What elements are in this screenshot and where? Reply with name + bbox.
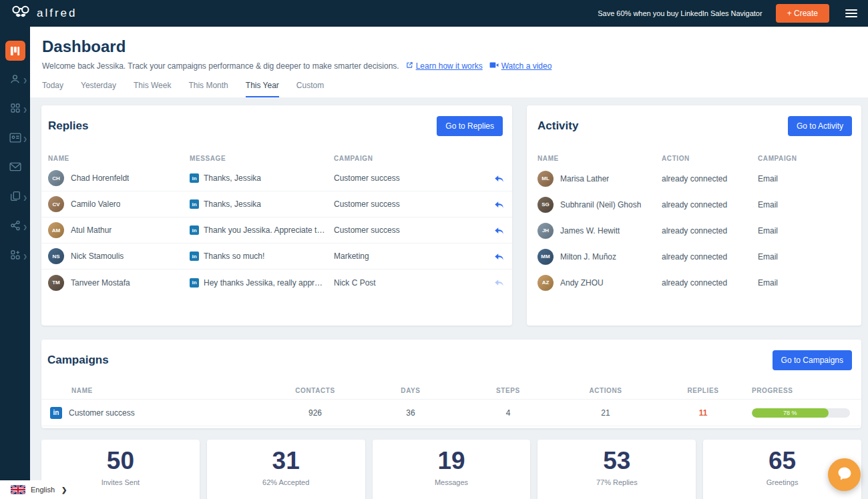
chevron-right-icon: ❯: [23, 77, 27, 83]
message-text: Hey thanks Jessika, really appreciat...: [204, 278, 326, 288]
column-header-campaign: CAMPAIGN: [334, 155, 454, 162]
id-card-icon: [9, 133, 21, 145]
stat-label: 77% Replies: [596, 478, 638, 486]
alfred-logo-icon: [11, 5, 31, 22]
stat-label: Greetings: [767, 478, 799, 486]
promo-link[interactable]: Save 60% when you buy LinkedIn Sales Nav…: [598, 9, 762, 17]
message-text: Thanks, Jessika: [204, 199, 261, 209]
language-switcher[interactable]: English ❯: [0, 480, 73, 499]
sidebar-item-campaigns[interactable]: ❯: [0, 95, 30, 124]
reply-row[interactable]: TMTanveer Mostafa Hey thanks Jessika, re…: [41, 270, 512, 296]
create-button[interactable]: + Create: [776, 4, 829, 23]
tab-this-month[interactable]: This Month: [188, 81, 228, 97]
stat-value: 65: [769, 448, 796, 475]
linkedin-icon: [190, 225, 199, 235]
tab-today[interactable]: Today: [42, 81, 63, 97]
activity-row[interactable]: SGSubhranil (Neil) Ghosh already connect…: [527, 191, 861, 217]
activity-row[interactable]: MMMilton J. Muñoz already connected Emai…: [527, 243, 861, 270]
chevron-right-icon: ❯: [23, 195, 27, 201]
avatar: JH: [537, 223, 554, 239]
avatar: NS: [48, 248, 64, 264]
campaign-name: Marketing: [334, 252, 454, 261]
reply-icon[interactable]: [494, 226, 504, 235]
app-root: alfred Save 60% when you buy LinkedIn Sa…: [0, 0, 868, 499]
go-to-campaigns-button[interactable]: Go to Campaigns: [773, 350, 852, 370]
envelope-icon: [9, 162, 21, 174]
reply-icon[interactable]: [494, 278, 504, 287]
go-to-activity-button[interactable]: Go to Activity: [788, 116, 852, 136]
watch-video-link[interactable]: Watch a video: [489, 61, 552, 71]
sidebar-item-dashboard[interactable]: [0, 36, 30, 65]
linkedin-icon: [190, 278, 199, 288]
action-text: already connected: [662, 200, 758, 209]
column-header-actions: ACTIONS: [557, 387, 654, 394]
action-text: already connected: [662, 252, 758, 262]
reply-row[interactable]: CHChad Horenfeldt Thanks, Jessika Custom…: [41, 165, 512, 191]
date-range-tabs: Today Yesterday This Week This Month Thi…: [42, 81, 856, 97]
chat-launcher-button[interactable]: [828, 458, 861, 491]
grid-icon: [10, 103, 21, 116]
activity-row[interactable]: MLMarisa Lather already connected Email: [527, 165, 861, 191]
sidebar-item-prospects[interactable]: ❯: [0, 65, 30, 95]
external-link-icon: [406, 61, 413, 71]
progress-fill: 78 %: [752, 408, 829, 418]
column-header-days: DAYS: [362, 387, 459, 394]
sidebar-item-inbox[interactable]: [0, 153, 30, 183]
learn-how-link[interactable]: Learn how it works: [406, 61, 483, 71]
column-header-campaign: CAMPAIGN: [758, 155, 852, 162]
replies-count: 11: [654, 408, 752, 418]
integrations-icon: [10, 220, 21, 233]
page-title: Dashboard: [42, 37, 856, 56]
person-icon: [9, 73, 21, 87]
chevron-right-icon: ❯: [23, 136, 27, 142]
sidebar-item-contacts[interactable]: ❯: [0, 124, 30, 153]
brand[interactable]: alfred: [11, 5, 77, 22]
days-count: 36: [362, 408, 459, 418]
contact-name: James W. Hewitt: [560, 226, 620, 235]
page-header: Dashboard Welcome back Jessika. Track yo…: [30, 27, 868, 97]
menu-icon[interactable]: [845, 9, 857, 17]
reply-row[interactable]: CVCamilo Valero Thanks, Jessika Customer…: [41, 191, 512, 217]
activity-title: Activity: [537, 119, 578, 133]
video-camera-icon: [489, 61, 499, 71]
reply-icon[interactable]: [494, 200, 504, 209]
chevron-right-icon: ❯: [23, 224, 27, 230]
sidebar-item-integrations[interactable]: ❯: [0, 212, 30, 241]
campaign-row[interactable]: Customer success 926 36 4 21 11 78 %: [41, 400, 861, 426]
chevron-right-icon: ❯: [61, 486, 67, 494]
contact-name: Camilo Valero: [71, 199, 120, 209]
contact-name: Subhranil (Neil) Ghosh: [560, 200, 641, 209]
contact-name: Tanveer Mostafa: [71, 278, 130, 288]
avatar: ML: [537, 171, 554, 187]
activity-row[interactable]: AZAndy ZHOU already connected Email: [527, 270, 861, 296]
contact-name: Andy ZHOU: [560, 278, 604, 288]
column-header-replies: REPLIES: [654, 387, 752, 394]
go-to-replies-button[interactable]: Go to Replies: [437, 116, 503, 136]
dashboard-icon: [5, 41, 25, 61]
activity-row[interactable]: JHJames W. Hewitt already connected Emai…: [527, 217, 861, 243]
contact-name: Chad Horenfeldt: [71, 173, 129, 183]
reply-row[interactable]: NSNick Stamoulis Thanks so much! Marketi…: [41, 243, 512, 270]
actions-count: 21: [557, 408, 654, 418]
tab-this-week[interactable]: This Week: [134, 81, 171, 97]
tab-this-year[interactable]: This Year: [246, 81, 279, 97]
topbar: alfred Save 60% when you buy LinkedIn Sa…: [0, 0, 868, 27]
reply-icon[interactable]: [494, 174, 504, 183]
avatar: CV: [48, 196, 64, 212]
copy-icon: [10, 191, 21, 204]
tab-yesterday[interactable]: Yesterday: [81, 81, 116, 97]
campaign-name: Email: [758, 174, 852, 183]
campaign-name: Customer success: [334, 199, 454, 209]
stat-value: 31: [272, 448, 300, 475]
avatar: MM: [537, 249, 554, 265]
tab-custom[interactable]: Custom: [296, 81, 324, 97]
reply-row[interactable]: AMAtul Mathur Thank you Jessika. Appreci…: [41, 217, 512, 243]
sidebar-item-templates[interactable]: ❯: [0, 183, 30, 212]
sidebar-item-apps[interactable]: ❯: [0, 241, 30, 271]
column-header-name: NAME: [50, 387, 268, 394]
reply-icon[interactable]: [494, 252, 504, 261]
campaign-name: Email: [758, 226, 852, 235]
avatar: TM: [48, 275, 64, 291]
column-header-action: ACTION: [662, 155, 758, 162]
steps-count: 4: [459, 408, 557, 418]
